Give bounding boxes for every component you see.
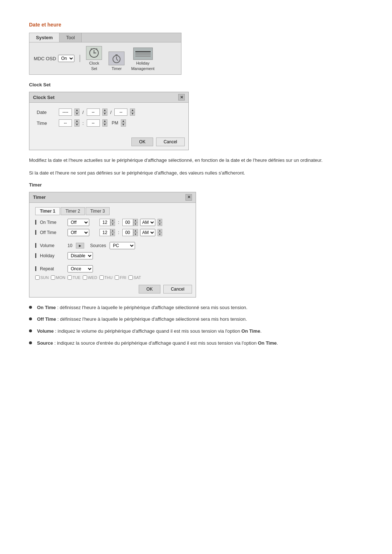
date-year-up[interactable]: ▲ xyxy=(74,108,79,112)
timer-tab-1[interactable]: Timer 1 xyxy=(35,207,60,215)
date-year-input[interactable] xyxy=(59,108,72,116)
days-row: SUN MON TUE WED THU FRI SAT xyxy=(35,275,190,280)
date-year-down[interactable]: ▼ xyxy=(74,112,79,116)
time-hour-up[interactable]: ▲ xyxy=(74,119,79,123)
day-sat-checkbox[interactable] xyxy=(128,275,133,280)
time-ampm-up[interactable]: ▲ xyxy=(121,119,126,123)
on-time-ampm-down[interactable]: ▼ xyxy=(158,222,162,226)
timer-header: Timer xyxy=(29,182,363,188)
volume-increase-button[interactable]: ► xyxy=(76,243,84,249)
on-time-hour-up[interactable]: ▲ xyxy=(110,219,115,222)
off-time-select[interactable]: Off On xyxy=(68,229,89,236)
bullet-dot-3 xyxy=(29,329,32,332)
time-min-up[interactable]: ▲ xyxy=(102,119,107,123)
spacer-1 xyxy=(35,239,190,242)
clock-set-cancel-button[interactable]: Cancel xyxy=(156,138,185,146)
date-month-field xyxy=(87,108,100,116)
time-min-down[interactable]: ▼ xyxy=(102,123,107,127)
clock-set-footer: OK Cancel xyxy=(29,135,188,150)
off-time-min-down[interactable]: ▼ xyxy=(133,233,138,236)
off-time-ampm-select[interactable]: AM PM xyxy=(140,229,155,236)
date-day-down[interactable]: ▼ xyxy=(130,112,135,116)
date-sep-2: / xyxy=(110,110,113,115)
holiday-line-1 xyxy=(135,51,151,52)
time-hour-down[interactable]: ▼ xyxy=(74,123,79,127)
on-time-min-up[interactable]: ▲ xyxy=(133,219,138,222)
timer-icon-item[interactable]: Timer xyxy=(109,52,124,71)
on-off-select[interactable]: On Off xyxy=(58,55,74,62)
timer-body: Timer 1 Timer 2 Timer 3 On Time Off On ▲ xyxy=(29,203,196,280)
date-day-arrows: ▲ ▼ xyxy=(130,108,135,116)
timer-ok-button[interactable]: OK xyxy=(139,285,160,294)
off-time-hour-up[interactable]: ▲ xyxy=(110,229,115,233)
holiday-label-2: Management xyxy=(131,66,154,71)
on-time-min-input[interactable] xyxy=(122,219,133,226)
time-sep: : xyxy=(82,120,85,126)
time-min-field xyxy=(87,119,100,127)
time-hour-input[interactable] xyxy=(59,119,72,127)
on-time-ampm-select[interactable]: AM PM xyxy=(140,219,155,226)
clock-set-icon-item[interactable]: Clock Set xyxy=(86,46,102,71)
repeat-label: Repeat xyxy=(40,266,65,271)
on-time-min-down[interactable]: ▼ xyxy=(133,222,138,226)
date-day-up[interactable]: ▲ xyxy=(130,108,135,112)
off-time-min-input[interactable] xyxy=(122,229,133,236)
off-time-ampm-down[interactable]: ▼ xyxy=(158,233,162,236)
time-ampm-down[interactable]: ▼ xyxy=(121,123,126,127)
day-thu-checkbox[interactable] xyxy=(99,275,104,280)
tool-window-body: MDC OSD On Off xyxy=(29,42,181,74)
bullet-volume-ontime-bold: On Time xyxy=(241,328,260,334)
date-day-input[interactable] xyxy=(114,108,127,116)
date-month-input[interactable] xyxy=(87,108,100,116)
timer-tab-2[interactable]: Timer 2 xyxy=(61,207,85,215)
tool-tabs: System Tool xyxy=(29,33,181,42)
svg-line-6 xyxy=(117,59,118,61)
clock-icon-box xyxy=(86,46,102,60)
off-time-hour-input[interactable] xyxy=(99,229,110,236)
day-tue-checkbox[interactable] xyxy=(68,275,72,280)
time-min-input[interactable] xyxy=(87,119,100,127)
timer-tab-3[interactable]: Timer 3 xyxy=(86,207,110,215)
date-month-down[interactable]: ▼ xyxy=(102,112,107,116)
on-time-hour-down[interactable]: ▼ xyxy=(110,222,115,226)
timer-cancel-button[interactable]: Cancel xyxy=(163,285,192,294)
repeat-select[interactable]: Once Daily Mon~Fri Mon~Sat Sat~Sun Manua… xyxy=(68,265,93,272)
day-mon-checkbox[interactable] xyxy=(51,275,55,280)
bullet-on-time-bold: On Time xyxy=(37,305,56,310)
clock-set-dialog: Clock Set ✕ Date ▲ ▼ / xyxy=(29,92,189,150)
date-day-field xyxy=(114,108,127,116)
off-time-min-arrows: ▲ ▼ xyxy=(133,229,138,236)
clock-set-close-button[interactable]: ✕ xyxy=(178,94,185,100)
svg-point-3 xyxy=(94,53,95,54)
timer-titlebar: Timer ✕ xyxy=(29,192,196,203)
clock-set-ok-button[interactable]: OK xyxy=(131,138,153,146)
day-fri-checkbox[interactable] xyxy=(115,275,119,280)
section-title-date-heure: Date et heure xyxy=(29,22,363,28)
holiday-label: Holiday xyxy=(40,253,65,258)
on-time-ampm-arrows: ▲ ▼ xyxy=(158,219,162,226)
holiday-icon-item[interactable]: Holiday Management xyxy=(131,48,154,71)
date-month-up[interactable]: ▲ xyxy=(102,108,107,112)
holiday-label-1: Holiday xyxy=(136,61,150,65)
day-sun-checkbox[interactable] xyxy=(35,275,40,280)
timer-icon-box xyxy=(109,52,124,65)
tab-tool[interactable]: Tool xyxy=(60,33,82,42)
off-time-hour-down[interactable]: ▼ xyxy=(110,233,115,236)
day-sat: SAT xyxy=(128,275,141,280)
on-time-select[interactable]: Off On xyxy=(68,219,89,226)
off-time-min-up[interactable]: ▲ xyxy=(133,229,138,233)
day-wed-checkbox[interactable] xyxy=(83,275,87,280)
bullet-off-time-text: Off Time : définissez l'heure à laquelle… xyxy=(37,316,247,323)
holiday-select[interactable]: Disable Enable xyxy=(68,252,93,259)
clock-set-title: Clock Set xyxy=(33,95,54,100)
off-time-ampm-up[interactable]: ▲ xyxy=(158,229,162,233)
on-time-hour-input[interactable] xyxy=(99,219,110,226)
tab-system[interactable]: System xyxy=(29,33,60,42)
timer-dialog: Timer ✕ Timer 1 Timer 2 Timer 3 On Time … xyxy=(29,192,196,297)
spacer-2 xyxy=(35,262,190,265)
on-time-ampm-up[interactable]: ▲ xyxy=(158,219,162,222)
tool-window: System Tool MDC OSD On Off xyxy=(29,33,181,75)
sources-select[interactable]: PC HDMI AV xyxy=(110,242,135,249)
date-month-arrows: ▲ ▼ xyxy=(102,108,107,116)
timer-close-button[interactable]: ✕ xyxy=(185,194,192,201)
